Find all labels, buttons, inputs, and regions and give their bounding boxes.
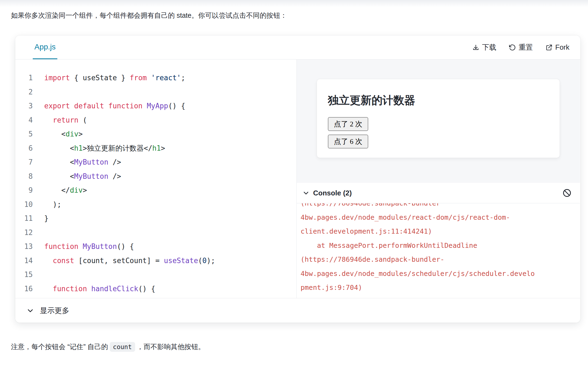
download-icon <box>472 44 479 51</box>
outro-prefix: 注意，每个按钮会 “记住” 自己的 <box>11 343 108 350</box>
inline-code-count: count <box>110 342 135 352</box>
preview-buttons: 点了 2 次点了 6 次 <box>328 117 549 148</box>
line-number: 10 <box>15 198 33 212</box>
code-line: 10 ); <box>15 198 296 212</box>
line-number: 5 <box>15 127 33 141</box>
intro-paragraph: 如果你多次渲染同一个组件，每个组件都会拥有自己的 state。你可以尝试点击不同… <box>11 10 588 20</box>
line-number: 4 <box>15 113 33 127</box>
chevron-down-icon <box>27 307 34 314</box>
show-more-bar[interactable]: 显示更多 <box>15 298 580 323</box>
download-label: 下载 <box>482 43 496 52</box>
reset-button[interactable]: 重置 <box>509 43 533 52</box>
line-number: 8 <box>15 169 33 184</box>
code-line: 13function MyButton() { <box>15 240 296 254</box>
code-line: 7 <MyButton /> <box>15 155 296 169</box>
clear-console-icon[interactable] <box>562 188 572 198</box>
code-editor[interactable]: 1import { useState } from 'react';23expo… <box>15 59 296 298</box>
line-number: 7 <box>15 155 33 169</box>
console-log-area[interactable]: (https://786946de.sandpack-bundler 4bw.p… <box>297 203 580 298</box>
fork-label: Fork <box>555 43 569 52</box>
chevron-down-icon <box>303 190 309 196</box>
reset-icon <box>509 44 516 51</box>
line-number: 1 <box>15 71 33 85</box>
code-line: 11} <box>15 212 296 226</box>
sandpack-toolbar: 下载 重置 Fork <box>472 43 569 52</box>
line-number: 16 <box>15 282 33 296</box>
show-more-label: 显示更多 <box>40 306 69 316</box>
line-number: 14 <box>15 254 33 268</box>
code-line: 5 <div> <box>15 127 296 141</box>
download-button[interactable]: 下载 <box>472 43 496 52</box>
top-fade-divider <box>0 0 588 7</box>
outro-suffix: ，而不影响其他按钮。 <box>137 343 205 350</box>
sandpack-main: 1import { useState } from 'react';23expo… <box>15 59 580 298</box>
fork-icon <box>545 44 553 51</box>
console-error-text: (https://786946de.sandpack-bundler 4bw.p… <box>301 203 576 295</box>
preview-card: 独立更新的计数器 点了 2 次点了 6 次 <box>317 79 560 158</box>
code-line: 14 const [count, setCount] = useState(0)… <box>15 254 296 268</box>
line-number: 15 <box>15 268 33 282</box>
sandpack-container: App.js 下载 重置 Fork 1import { useState } f… <box>15 35 580 323</box>
preview-heading: 独立更新的计数器 <box>328 93 549 108</box>
code-line: 8 <MyButton /> <box>15 169 296 184</box>
line-number: 2 <box>15 85 33 99</box>
code-line: 16 function handleClick() { <box>15 282 296 296</box>
counter-button[interactable]: 点了 6 次 <box>328 135 368 148</box>
console-header: Console (2) <box>297 183 580 203</box>
fork-button[interactable]: Fork <box>545 43 569 52</box>
preview-pane: 独立更新的计数器 点了 2 次点了 6 次 Console (2) (https… <box>296 59 580 298</box>
reset-label: 重置 <box>519 43 533 52</box>
line-number: 13 <box>15 240 33 254</box>
code-line: 4 return ( <box>15 113 296 127</box>
console-label: Console (2) <box>313 189 352 197</box>
code-line: 15 <box>15 268 296 282</box>
line-number: 11 <box>15 212 33 226</box>
counter-button[interactable]: 点了 2 次 <box>328 117 368 131</box>
line-number: 6 <box>15 141 33 156</box>
line-number: 9 <box>15 183 33 198</box>
line-number: 12 <box>15 226 33 240</box>
code-line: 3export default function MyApp() { <box>15 99 296 113</box>
code-line: 12 <box>15 226 296 240</box>
line-number: 3 <box>15 99 33 113</box>
code-line: 2 <box>15 85 296 99</box>
tab-app-js-label: App.js <box>34 43 56 51</box>
code-line: 1import { useState } from 'react'; <box>15 71 296 85</box>
preview-area: 独立更新的计数器 点了 2 次点了 6 次 <box>297 59 580 183</box>
outro-paragraph: 注意，每个按钮会 “记住” 自己的count，而不影响其他按钮。 <box>11 341 588 352</box>
tab-app-js[interactable]: App.js <box>33 35 57 59</box>
code-line: 6 <h1>独立更新的计数器</h1> <box>15 141 296 156</box>
code-line: 9 </div> <box>15 183 296 198</box>
console-toggle[interactable]: Console (2) <box>303 189 352 197</box>
sandpack-header: App.js 下载 重置 Fork <box>15 35 580 59</box>
